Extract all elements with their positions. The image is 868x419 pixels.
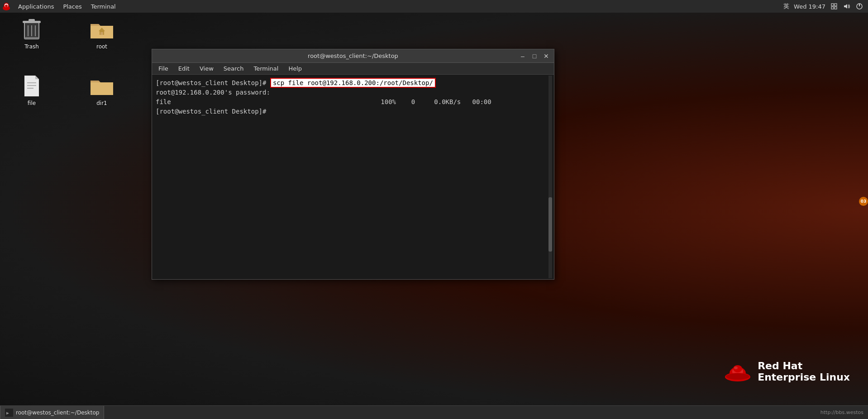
root-label: root	[96, 43, 107, 50]
prompt-1: [root@westos_client Desktop]#	[156, 79, 270, 86]
desktop-icon-dir1[interactable]: dir1	[84, 74, 120, 106]
dir1-folder-icon	[90, 74, 114, 98]
clock: Wed 19:47	[794, 3, 825, 10]
menu-terminal[interactable]: Terminal	[86, 1, 120, 12]
svg-rect-6	[831, 7, 834, 9]
network-icon[interactable]	[830, 2, 838, 10]
terminal-menu: File Edit View Search Terminal Help	[152, 63, 554, 75]
svg-point-28	[726, 373, 749, 380]
desktop-icon-trash[interactable]: Trash	[14, 17, 50, 50]
power-icon[interactable]	[855, 2, 863, 10]
redhat-text-line2: Enterprise Linux	[758, 371, 850, 383]
terminal-line-4: [root@westos_client Desktop]#	[156, 107, 550, 116]
root-folder-icon	[90, 17, 114, 42]
taskbar-right-text: http://bbs.westos	[820, 409, 863, 415]
redhat-text-line1: Red Hat	[758, 360, 850, 371]
menu-places[interactable]: Places	[58, 1, 86, 12]
trash-label: Trash	[24, 43, 39, 50]
svg-rect-17	[29, 19, 35, 21]
svg-rect-20	[100, 32, 103, 35]
taskbar-item-label: root@westos_client:~/Desktop	[16, 409, 99, 416]
redhat-text-block: Red Hat Enterprise Linux	[758, 360, 850, 383]
trash-icon	[19, 17, 44, 42]
volume-icon[interactable]	[843, 2, 851, 10]
file-icon	[19, 74, 44, 98]
taskbar: ▶ root@westos_client:~/Desktop http://bb…	[0, 405, 868, 419]
scrollbar-track[interactable]	[548, 76, 552, 278]
svg-rect-7	[835, 7, 837, 9]
menu-edit[interactable]: Edit	[174, 64, 194, 73]
side-notification-dot: 03	[859, 197, 868, 206]
terminal-scrollbar[interactable]	[548, 75, 553, 279]
terminal-window: root@westos_client:~/Desktop – □ ✕ File …	[152, 49, 554, 280]
menu-applications[interactable]: Applications	[14, 1, 58, 12]
terminal-line-3: file 100% 0 0.0KB/s 00:00	[156, 97, 550, 107]
terminal-line-2: root@192.168.0.200's password:	[156, 88, 550, 97]
taskbar-terminal-item[interactable]: ▶ root@westos_client:~/Desktop	[0, 406, 104, 419]
terminal-line-1: [root@westos_client Desktop]# scp file r…	[156, 78, 550, 88]
maximize-button[interactable]: □	[529, 50, 540, 62]
svg-point-30	[734, 367, 738, 369]
dir1-label: dir1	[96, 100, 107, 106]
menu-search[interactable]: Search	[219, 64, 248, 73]
top-bar-right: 英 Wed 19:47	[783, 2, 868, 10]
taskbar-right: http://bbs.westos	[820, 409, 868, 415]
redhat-brand-logo	[724, 361, 751, 382]
highlighted-command: scp file root@192.168.0.200:/root/Deskto…	[270, 78, 436, 88]
menu-file[interactable]: File	[154, 64, 173, 73]
terminal-controls: – □ ✕	[517, 49, 552, 63]
top-bar-left: Applications Places Terminal	[0, 0, 120, 13]
top-menu-bar: Applications Places Terminal 英 Wed 19:47	[0, 0, 868, 13]
menu-view[interactable]: View	[195, 64, 218, 73]
svg-rect-5	[835, 4, 837, 6]
svg-point-3	[5, 5, 8, 7]
side-dot-text: 03	[861, 199, 867, 204]
menu-help[interactable]: Help	[284, 64, 306, 73]
svg-rect-4	[831, 4, 834, 6]
terminal-title: root@westos_client:~/Desktop	[308, 52, 398, 59]
desktop: Trash root file	[0, 13, 868, 405]
file-label: file	[28, 100, 36, 106]
desktop-icon-file[interactable]: file	[14, 74, 50, 106]
svg-rect-18	[24, 37, 39, 39]
terminal-content[interactable]: [root@westos_client Desktop]# scp file r…	[152, 75, 554, 279]
terminal-titlebar: root@westos_client:~/Desktop – □ ✕	[152, 49, 554, 63]
scrollbar-thumb[interactable]	[548, 197, 552, 252]
svg-point-29	[733, 365, 742, 372]
close-button[interactable]: ✕	[540, 50, 552, 62]
taskbar-terminal-icon: ▶	[5, 409, 13, 417]
redhat-logo-icon	[0, 0, 13, 13]
language-indicator: 英	[783, 2, 789, 10]
redhat-branding: Red Hat Enterprise Linux	[724, 360, 850, 383]
minimize-button[interactable]: –	[517, 50, 529, 62]
desktop-icon-root[interactable]: root	[84, 17, 120, 50]
svg-marker-8	[844, 4, 847, 9]
svg-text:▶: ▶	[6, 410, 9, 415]
menu-terminal[interactable]: Terminal	[249, 64, 283, 73]
